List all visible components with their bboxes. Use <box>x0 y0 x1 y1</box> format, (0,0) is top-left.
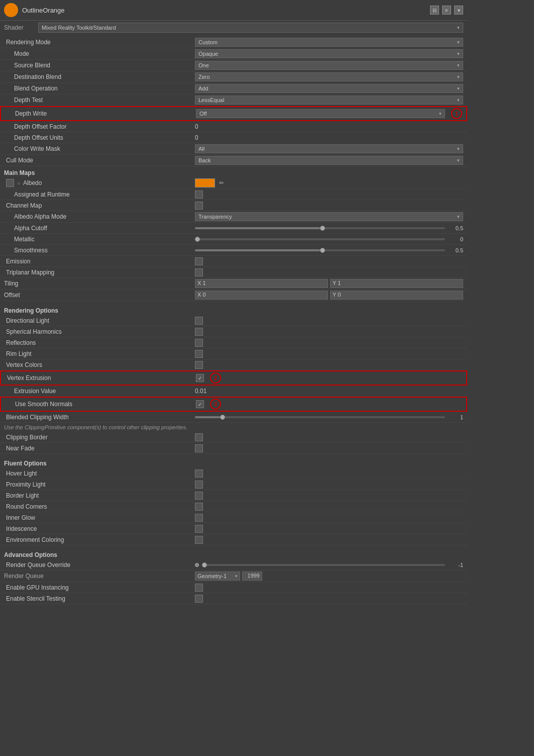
smoothness-slider[interactable]: 0.5 <box>195 247 463 253</box>
reflections-label: Reflections <box>4 339 195 346</box>
color-write-mask-row: Color Write Mask All ▾ <box>0 143 467 155</box>
shader-label: Shader <box>4 24 34 31</box>
triplanar-row: Triplanar Mapping <box>0 267 467 278</box>
assigned-runtime-checkbox[interactable] <box>195 191 203 199</box>
alpha-cutoff-slider[interactable]: 0.5 <box>195 225 463 231</box>
rendering-mode-dropdown[interactable]: Custom ▾ <box>195 38 463 47</box>
rendering-mode-label: Rendering Mode <box>4 39 195 46</box>
menu-icon[interactable]: ▾ <box>454 6 463 15</box>
alpha-cutoff-label: Alpha Cutoff <box>4 225 195 232</box>
depth-test-dropdown[interactable]: LessEqual ▾ <box>195 96 463 105</box>
rendering-mode-value: Custom ▾ <box>195 38 463 47</box>
settings-icon[interactable]: ≡ <box>442 6 451 15</box>
albedo-color-swatch[interactable] <box>195 178 215 187</box>
depth-offset-units-label: Depth Offset Units <box>4 134 195 141</box>
shader-dropdown[interactable]: Mixed Reality Toolkit/Standard ▾ <box>38 23 463 33</box>
border-light-row: Border Light <box>0 490 467 501</box>
albedo-alpha-label: Albedo Alpha Mode <box>4 213 195 220</box>
iridescence-row: Iridescence <box>0 523 467 534</box>
rim-light-label: Rim Light <box>4 350 195 357</box>
cull-mode-row: Cull Mode Back ▾ <box>0 155 467 166</box>
inner-glow-checkbox[interactable] <box>195 514 203 522</box>
badge-3: 3 <box>210 399 221 410</box>
source-blend-dropdown[interactable]: One ▾ <box>195 61 463 70</box>
hover-light-label: Hover Light <box>4 470 195 477</box>
spherical-harmonics-checkbox[interactable] <box>195 328 203 336</box>
color-write-mask-dropdown[interactable]: All ▾ <box>195 144 463 153</box>
vertex-extrusion-row: Vertex Extrusion ✓ 2 <box>0 370 467 386</box>
near-fade-checkbox[interactable] <box>195 444 203 452</box>
dest-blend-dropdown[interactable]: Zero ▾ <box>195 72 463 81</box>
tiling-y-field[interactable]: Y 1 <box>330 279 463 288</box>
albedo-checkbox[interactable] <box>6 179 14 187</box>
advanced-options-header: Advanced Options <box>0 548 467 559</box>
emission-checkbox[interactable] <box>195 257 203 265</box>
depth-write-row: Depth Write Off ▾ 1 <box>0 106 467 121</box>
assigned-runtime-label: Assigned at Runtime <box>4 191 195 198</box>
material-title: OutlineOrange <box>22 7 426 14</box>
blend-op-dropdown[interactable]: Add ▾ <box>195 84 463 93</box>
triplanar-checkbox[interactable] <box>195 268 203 276</box>
shader-row: Shader Mixed Reality Toolkit/Standard ▾ <box>0 21 467 35</box>
env-coloring-label: Environment Coloring <box>4 536 195 543</box>
proximity-light-label: Proximity Light <box>4 481 195 488</box>
depth-test-label: Depth Test <box>4 97 195 104</box>
dest-blend-label: Destination Blend <box>4 73 195 80</box>
directional-light-checkbox[interactable] <box>195 317 203 325</box>
cull-mode-dropdown[interactable]: Back ▾ <box>195 156 463 165</box>
depth-offset-factor-label: Depth Offset Factor <box>4 123 195 130</box>
offset-x-field[interactable]: X 0 <box>195 291 328 300</box>
mode-row: Mode Opaque ▾ <box>0 48 467 60</box>
iridescence-checkbox[interactable] <box>195 525 203 533</box>
reflections-checkbox[interactable] <box>195 339 203 347</box>
material-icon <box>4 3 18 17</box>
channel-map-checkbox[interactable] <box>195 202 203 210</box>
render-queue-number: 1999 <box>242 572 262 581</box>
source-blend-row: Source Blend One ▾ <box>0 60 467 71</box>
vertex-extrusion-checkbox[interactable]: ✓ <box>196 374 204 382</box>
env-coloring-checkbox[interactable] <box>195 536 203 544</box>
smooth-normals-checkbox[interactable]: ✓ <box>196 400 204 408</box>
tiling-x-field[interactable]: X 1 <box>195 279 328 288</box>
blended-clipping-slider[interactable]: 1 <box>195 414 463 420</box>
header-icons: ⊟ ≡ ▾ <box>430 6 463 15</box>
render-queue-row: Render Queue Geometry-1 ▾ 1999 <box>0 571 467 582</box>
round-corners-label: Round Corners <box>4 503 195 510</box>
albedo-alpha-dropdown[interactable]: Transparency ▾ <box>195 212 463 221</box>
rim-light-checkbox[interactable] <box>195 350 203 358</box>
extrusion-value-label: Extrusion Value <box>4 388 195 395</box>
albedo-edit-icon[interactable]: ✏ <box>219 179 224 186</box>
depth-test-row: Depth Test LessEqual ▾ <box>0 94 467 106</box>
depth-offset-units-value: 0 <box>195 134 463 141</box>
blended-clipping-row: Blended Clipping Width 1 <box>0 412 467 423</box>
emission-row: Emission <box>0 256 467 267</box>
metallic-slider[interactable]: 0 <box>195 236 463 242</box>
proximity-light-checkbox[interactable] <box>195 481 203 489</box>
main-maps-header: Main Maps <box>0 166 467 177</box>
clipping-border-checkbox[interactable] <box>195 433 203 441</box>
clipping-border-row: Clipping Border <box>0 432 467 443</box>
vertex-extrusion-label: Vertex Extrusion <box>5 374 196 382</box>
depth-write-dropdown[interactable]: Off ▾ <box>196 109 445 118</box>
stencil-checkbox[interactable] <box>195 595 203 603</box>
offset-y-field[interactable]: Y 0 <box>330 291 463 300</box>
hover-light-checkbox[interactable] <box>195 469 203 478</box>
metallic-label: Metallic <box>4 236 195 243</box>
render-queue-override-slider[interactable]: -1 <box>195 562 463 568</box>
vertex-colors-row: Vertex Colors <box>0 359 467 370</box>
round-corners-checkbox[interactable] <box>195 503 203 511</box>
mode-dropdown[interactable]: Opaque ▾ <box>195 49 463 58</box>
save-icon[interactable]: ⊟ <box>430 6 439 15</box>
extrusion-value-row: Extrusion Value 0.01 <box>0 386 467 397</box>
albedo-alpha-row: Albedo Alpha Mode Transparency ▾ <box>0 211 467 223</box>
vertex-colors-checkbox[interactable] <box>195 361 203 369</box>
tiling-row: Tiling X 1 Y 1 <box>0 278 467 290</box>
render-queue-dropdown[interactable]: Geometry-1 ▾ <box>195 572 240 581</box>
env-coloring-row: Environment Coloring <box>0 534 467 545</box>
badge-1: 1 <box>451 108 462 119</box>
metallic-row: Metallic 0 <box>0 234 467 245</box>
shader-arrow: ▾ <box>457 25 460 30</box>
border-light-checkbox[interactable] <box>195 492 203 500</box>
inner-glow-label: Inner Glow <box>4 514 195 521</box>
gpu-instancing-checkbox[interactable] <box>195 584 203 592</box>
